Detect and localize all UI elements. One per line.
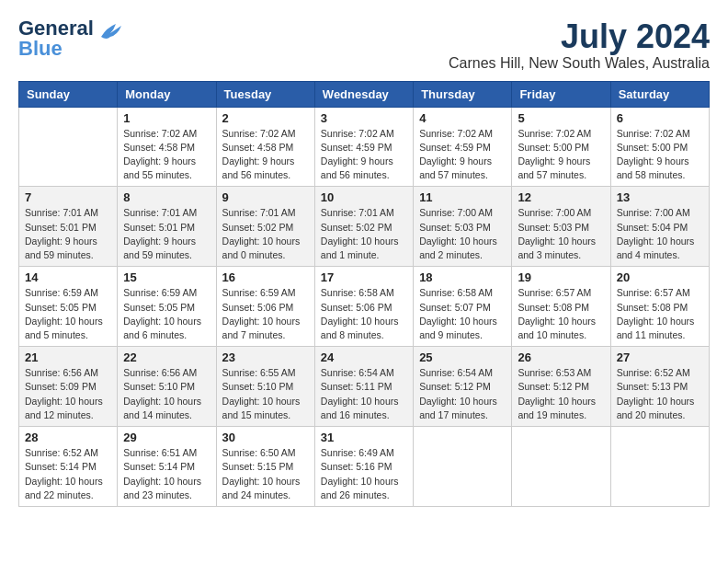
calendar-cell: 13Sunrise: 7:00 AM Sunset: 5:04 PM Dayli… [610,187,709,267]
calendar-table: SundayMondayTuesdayWednesdayThursdayFrid… [18,81,710,507]
calendar-cell: 21Sunrise: 6:56 AM Sunset: 5:09 PM Dayli… [19,347,118,427]
day-number: 2 [222,111,309,125]
day-info: Sunrise: 6:58 AM Sunset: 5:06 PM Dayligh… [321,286,407,342]
day-info: Sunrise: 7:00 AM Sunset: 5:03 PM Dayligh… [419,206,506,262]
calendar-cell: 23Sunrise: 6:55 AM Sunset: 5:10 PM Dayli… [216,347,314,427]
calendar-day-header: Wednesday [314,81,413,107]
day-info: Sunrise: 6:59 AM Sunset: 5:06 PM Dayligh… [222,286,309,342]
calendar-cell: 14Sunrise: 6:59 AM Sunset: 5:05 PM Dayli… [19,267,118,347]
calendar-cell: 25Sunrise: 6:54 AM Sunset: 5:12 PM Dayli… [414,347,512,427]
day-info: Sunrise: 6:59 AM Sunset: 5:05 PM Dayligh… [25,286,111,342]
day-info: Sunrise: 6:57 AM Sunset: 5:08 PM Dayligh… [617,286,703,342]
calendar-cell [19,107,118,187]
day-number: 18 [419,270,506,284]
day-number: 28 [25,431,111,444]
calendar-cell: 29Sunrise: 6:51 AM Sunset: 5:14 PM Dayli… [118,427,216,507]
calendar-week-row: 1Sunrise: 7:02 AM Sunset: 4:58 PM Daylig… [19,107,710,187]
calendar-cell [414,427,512,507]
day-info: Sunrise: 6:57 AM Sunset: 5:08 PM Dayligh… [518,286,604,342]
day-info: Sunrise: 7:01 AM Sunset: 5:02 PM Dayligh… [222,206,309,262]
calendar-cell: 7Sunrise: 7:01 AM Sunset: 5:01 PM Daylig… [19,187,118,267]
day-info: Sunrise: 6:52 AM Sunset: 5:14 PM Dayligh… [25,446,111,502]
day-number: 3 [321,111,407,125]
calendar-week-row: 21Sunrise: 6:56 AM Sunset: 5:09 PM Dayli… [19,347,710,427]
day-number: 17 [321,270,407,284]
day-info: Sunrise: 6:58 AM Sunset: 5:07 PM Dayligh… [419,286,506,342]
calendar-cell: 15Sunrise: 6:59 AM Sunset: 5:05 PM Dayli… [118,267,216,347]
calendar-cell: 19Sunrise: 6:57 AM Sunset: 5:08 PM Dayli… [512,267,610,347]
calendar-cell: 20Sunrise: 6:57 AM Sunset: 5:08 PM Dayli… [610,267,709,347]
calendar-day-header: Saturday [610,81,709,107]
day-info: Sunrise: 7:02 AM Sunset: 4:59 PM Dayligh… [321,127,407,183]
day-number: 16 [222,270,309,284]
calendar-cell: 16Sunrise: 6:59 AM Sunset: 5:06 PM Dayli… [216,267,314,347]
calendar-cell: 10Sunrise: 7:01 AM Sunset: 5:02 PM Dayli… [314,187,413,267]
calendar-cell [610,427,709,507]
day-info: Sunrise: 7:00 AM Sunset: 5:03 PM Dayligh… [518,206,604,262]
day-number: 22 [123,350,210,364]
day-info: Sunrise: 6:54 AM Sunset: 5:11 PM Dayligh… [321,366,407,422]
calendar-cell: 6Sunrise: 7:02 AM Sunset: 5:00 PM Daylig… [610,107,709,187]
calendar-day-header: Friday [512,81,610,107]
calendar-cell: 26Sunrise: 6:53 AM Sunset: 5:12 PM Dayli… [512,347,610,427]
day-info: Sunrise: 7:02 AM Sunset: 4:58 PM Dayligh… [123,127,210,183]
logo-blue-text: Blue [18,37,63,60]
calendar-cell: 4Sunrise: 7:02 AM Sunset: 4:59 PM Daylig… [414,107,512,187]
calendar-cell: 2Sunrise: 7:02 AM Sunset: 4:58 PM Daylig… [216,107,314,187]
calendar-cell: 22Sunrise: 6:56 AM Sunset: 5:10 PM Dayli… [118,347,216,427]
calendar-day-header: Thursday [414,81,512,107]
calendar-cell: 30Sunrise: 6:50 AM Sunset: 5:15 PM Dayli… [216,427,314,507]
title-area: July 2024 Carnes Hill, New South Wales, … [449,18,710,72]
day-number: 14 [25,270,111,284]
day-number: 13 [617,190,703,204]
calendar-cell: 8Sunrise: 7:01 AM Sunset: 5:01 PM Daylig… [118,187,216,267]
calendar-cell: 3Sunrise: 7:02 AM Sunset: 4:59 PM Daylig… [314,107,413,187]
calendar-cell: 11Sunrise: 7:00 AM Sunset: 5:03 PM Dayli… [414,187,512,267]
day-number: 12 [518,190,604,204]
logo: GeneralBlue [18,18,123,59]
calendar-cell: 27Sunrise: 6:52 AM Sunset: 5:13 PM Dayli… [610,347,709,427]
day-number: 15 [123,270,210,284]
day-info: Sunrise: 6:59 AM Sunset: 5:05 PM Dayligh… [123,286,210,342]
day-info: Sunrise: 7:02 AM Sunset: 4:58 PM Dayligh… [222,127,309,183]
day-info: Sunrise: 6:49 AM Sunset: 5:16 PM Dayligh… [321,446,407,502]
day-number: 8 [123,190,210,204]
calendar-day-header: Tuesday [216,81,314,107]
day-number: 20 [617,270,703,284]
calendar-week-row: 28Sunrise: 6:52 AM Sunset: 5:14 PM Dayli… [19,427,710,507]
day-number: 30 [222,431,309,444]
day-number: 31 [321,431,407,444]
day-info: Sunrise: 7:00 AM Sunset: 5:04 PM Dayligh… [617,206,703,262]
location-title: Carnes Hill, New South Wales, Australia [449,55,710,72]
calendar-cell: 5Sunrise: 7:02 AM Sunset: 5:00 PM Daylig… [512,107,610,187]
month-title: July 2024 [449,18,710,55]
calendar-day-header: Monday [118,81,216,107]
day-number: 9 [222,190,309,204]
day-number: 19 [518,270,604,284]
day-info: Sunrise: 7:01 AM Sunset: 5:01 PM Dayligh… [123,206,210,262]
calendar-cell: 1Sunrise: 7:02 AM Sunset: 4:58 PM Daylig… [118,107,216,187]
day-info: Sunrise: 7:01 AM Sunset: 5:01 PM Dayligh… [25,206,111,262]
day-info: Sunrise: 6:53 AM Sunset: 5:12 PM Dayligh… [518,366,604,422]
day-info: Sunrise: 6:55 AM Sunset: 5:10 PM Dayligh… [222,366,309,422]
calendar-cell: 9Sunrise: 7:01 AM Sunset: 5:02 PM Daylig… [216,187,314,267]
calendar-cell: 31Sunrise: 6:49 AM Sunset: 5:16 PM Dayli… [314,427,413,507]
day-info: Sunrise: 7:01 AM Sunset: 5:02 PM Dayligh… [321,206,407,262]
day-info: Sunrise: 7:02 AM Sunset: 5:00 PM Dayligh… [518,127,604,183]
calendar-cell: 24Sunrise: 6:54 AM Sunset: 5:11 PM Dayli… [314,347,413,427]
day-number: 29 [123,431,210,444]
day-number: 1 [123,111,210,125]
logo-bird-icon [97,20,123,40]
day-number: 5 [518,111,604,125]
day-number: 6 [617,111,703,125]
calendar-week-row: 14Sunrise: 6:59 AM Sunset: 5:05 PM Dayli… [19,267,710,347]
calendar-header-row: SundayMondayTuesdayWednesdayThursdayFrid… [19,81,710,107]
day-number: 7 [25,190,111,204]
logo-text: GeneralBlue [18,18,94,59]
day-number: 10 [321,190,407,204]
day-number: 21 [25,350,111,364]
day-info: Sunrise: 7:02 AM Sunset: 5:00 PM Dayligh… [617,127,703,183]
day-info: Sunrise: 6:50 AM Sunset: 5:15 PM Dayligh… [222,446,309,502]
day-number: 27 [617,350,703,364]
day-info: Sunrise: 6:56 AM Sunset: 5:09 PM Dayligh… [25,366,111,422]
